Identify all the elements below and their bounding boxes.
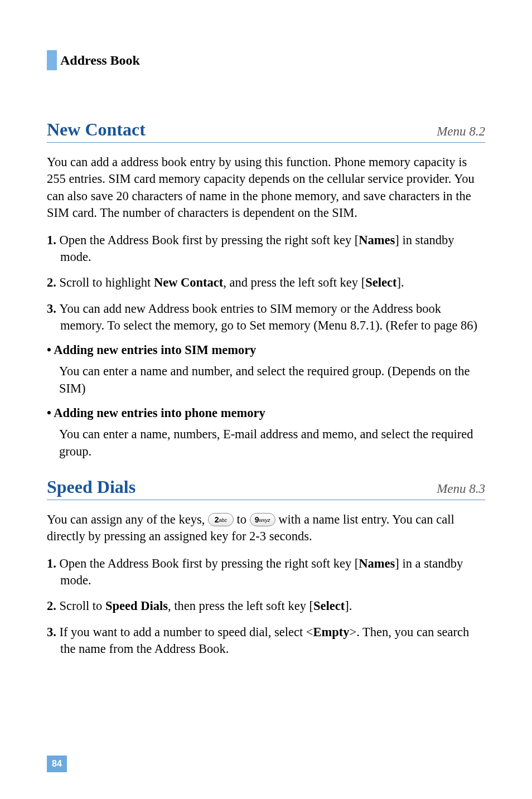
section-title: Speed Dials [47,477,136,497]
option-name: Empty [313,625,350,639]
intro-text: to [234,512,250,526]
step-text: You can add new Address book entries to … [60,302,478,332]
step-1: 1. Open the Address Book first by pressi… [47,232,485,266]
chapter-header: Address Book [47,50,485,70]
step-text: ]. [345,599,352,613]
step-number: 2. [47,275,60,289]
chapter-title: Address Book [60,53,140,68]
step-number: 3. [47,625,60,639]
bullet-body-phone: You can enter a name, numbers, E-mail ad… [47,426,485,460]
bullet-heading-phone: • Adding new entries into phone memory [47,406,485,420]
menu-name: New Contact [154,275,223,289]
section-menu-ref: Menu 8.2 [437,124,485,139]
key-name: Select [365,275,396,289]
step-2: 2. Scroll to highlight New Contact, and … [47,274,485,291]
step-3: 3. You can add new Address book entries … [47,301,485,335]
intro-paragraph: You can add a address book entry by usin… [47,154,485,222]
step-2: 2. Scroll to Speed Dials, then press the… [47,598,485,614]
phone-key-2-icon: 2abc [208,513,234,526]
step-text: Open the Address Book first by pressing … [60,233,359,247]
step-text: , then press the left soft key [ [168,599,313,613]
intro-text: You can assign any of the keys, [47,512,208,526]
key-name: Names [359,233,395,247]
menu-name: Speed Dials [105,599,168,613]
section-menu-ref: Menu 8.3 [437,482,485,496]
chapter-accent-bar [47,50,57,70]
phone-key-9-icon: 9wxyz [250,513,275,526]
step-number: 3. [47,302,60,316]
step-text: Open the Address Book first by pressing … [60,556,359,570]
step-number: 2. [47,599,60,613]
step-text: Scroll to [60,599,106,613]
bullet-body-sim: You can enter a name and number, and sel… [47,363,485,397]
step-text: , and press the left soft key [ [223,275,365,289]
intro-paragraph: You can assign any of the keys, 2abc to … [47,511,485,545]
key-name: Names [359,556,395,570]
key-name: Select [313,599,345,613]
step-text: If you want to add a number to speed dia… [60,625,313,639]
section-title: New Contact [47,119,146,140]
step-3: 3. If you want to add a number to speed … [47,624,485,658]
page-number: 84 [47,756,67,772]
step-text: ]. [396,275,404,289]
bullet-heading-sim: • Adding new entries into SIM memory [47,343,485,357]
step-number: 1. [47,556,60,570]
step-text: Scroll to highlight [60,275,154,289]
section-header: New Contact Menu 8.2 [47,119,485,143]
step-number: 1. [47,233,60,247]
section-new-contact: New Contact Menu 8.2 You can add a addre… [47,119,485,460]
section-speed-dials: Speed Dials Menu 8.3 You can assign any … [47,477,485,658]
section-header: Speed Dials Menu 8.3 [47,477,485,500]
step-1: 1. Open the Address Book first by pressi… [47,555,485,589]
